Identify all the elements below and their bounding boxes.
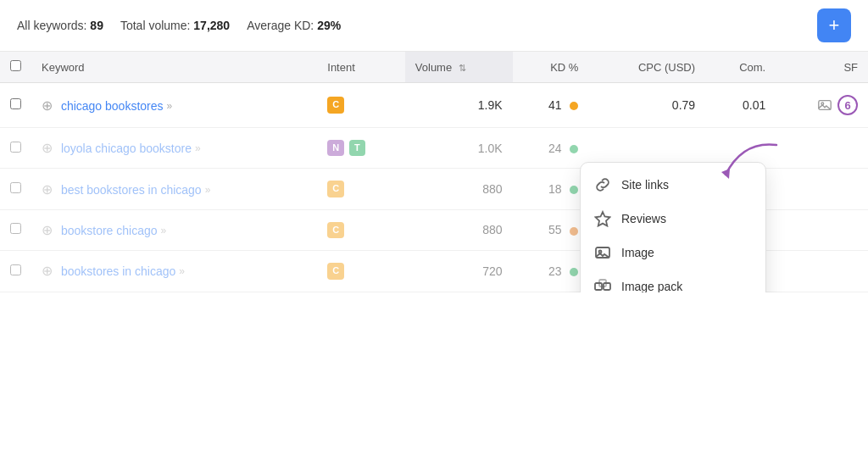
col-volume[interactable]: Volume ⇅	[405, 52, 513, 83]
col-check	[0, 52, 31, 83]
sf-cell: 6	[776, 83, 868, 128]
keyword-cell: ⊕ bookstore chicago »	[31, 209, 317, 250]
kd-cell: 18	[513, 169, 589, 209]
keyword-table-wrap: Keyword Intent Volume ⇅ KD % CPC (USD) C…	[0, 52, 868, 292]
cpc-cell: 0.79	[588, 83, 705, 128]
intent-badge-t: T	[349, 140, 365, 156]
intent-cell: C	[317, 251, 405, 292]
intent-cell: C	[317, 209, 405, 250]
intent-cell: N T	[317, 128, 405, 169]
row-checkbox[interactable]	[10, 142, 21, 153]
kd-dot	[570, 145, 578, 153]
keyword-link[interactable]: loyola chicago bookstore »	[61, 142, 201, 155]
col-cpc: CPC (USD)	[588, 52, 705, 83]
total-volume-stat: Total volume: 17,280	[120, 19, 230, 32]
sf-dropdown: Site links Reviews Image Image pack	[580, 162, 766, 292]
header-bar: All keywords: 89 Total volume: 17,280 Av…	[0, 0, 868, 52]
intent-badge-c: C	[327, 181, 344, 197]
row-checkbox[interactable]	[10, 98, 21, 109]
intent-badge-c: C	[327, 97, 344, 113]
expand-icon: »	[167, 100, 173, 112]
volume-cell: 880	[405, 169, 513, 209]
sf-cell	[776, 251, 868, 292]
keyword-cell: ⊕ best bookstores in chicago »	[31, 169, 317, 209]
intent-badge-c: C	[327, 222, 344, 238]
image-pack-icon	[594, 278, 611, 292]
dropdown-item-sitelinks[interactable]: Site links	[581, 168, 765, 202]
all-keywords-value: 89	[90, 19, 103, 32]
kd-dot	[570, 186, 578, 194]
keyword-link[interactable]: bookstores in chicago »	[61, 264, 185, 278]
avg-kd-stat: Average KD: 29%	[247, 19, 341, 32]
star-icon	[594, 210, 611, 227]
dropdown-item-image[interactable]: Image	[581, 236, 765, 270]
dropdown-item-label: Reviews	[621, 212, 666, 225]
keyword-cell: ⊕ loyola chicago bookstore »	[31, 128, 317, 169]
row-checkbox[interactable]	[10, 264, 21, 275]
add-circle-icon[interactable]: ⊕	[42, 264, 53, 278]
expand-icon: »	[179, 265, 185, 277]
table-row: ⊕ chicago bookstores » C 1.9K 41 0.79 0.…	[0, 83, 868, 128]
col-keyword: Keyword	[31, 52, 317, 83]
keyword-cell: ⊕ chicago bookstores »	[31, 83, 317, 128]
dropdown-item-label: Image	[621, 246, 654, 259]
volume-cell: 1.9K	[405, 83, 513, 128]
keyword-link[interactable]: bookstore chicago »	[61, 224, 166, 237]
volume-sort-icon: ⇅	[459, 63, 466, 73]
expand-icon: »	[161, 225, 167, 236]
sf-cell	[776, 209, 868, 250]
com-cell: 0.01	[705, 83, 776, 128]
add-circle-icon[interactable]: ⊕	[42, 98, 53, 113]
dropdown-item-reviews[interactable]: Reviews	[581, 202, 765, 236]
sf-number: 6	[837, 95, 858, 115]
link-icon	[594, 176, 611, 193]
expand-icon: »	[195, 142, 201, 154]
kd-cell: 23	[513, 251, 589, 292]
intent-cell: C	[317, 169, 405, 209]
all-keywords-stat: All keywords: 89	[17, 19, 103, 32]
sf-image-icon	[817, 97, 832, 113]
expand-icon: »	[205, 184, 211, 196]
col-kd: KD %	[513, 52, 589, 83]
dropdown-item-label: Site links	[621, 178, 669, 192]
col-intent: Intent	[317, 52, 405, 83]
intent-badge-c: C	[327, 263, 344, 279]
dropdown-item-label: Image pack	[621, 280, 682, 292]
svg-marker-3	[596, 212, 610, 226]
add-circle-icon[interactable]: ⊕	[42, 223, 53, 237]
volume-cell: 1.0K	[405, 128, 513, 169]
volume-cell: 720	[405, 251, 513, 292]
kd-cell: 41	[513, 83, 589, 128]
col-sf: SF	[776, 52, 868, 83]
kd-cell: 24	[513, 128, 589, 169]
avg-kd-value: 29%	[317, 19, 341, 32]
keyword-cell: ⊕ bookstores in chicago »	[31, 251, 317, 292]
image-icon	[594, 244, 611, 261]
kd-dot	[570, 102, 578, 110]
add-circle-icon[interactable]: ⊕	[42, 141, 53, 155]
add-circle-icon[interactable]: ⊕	[42, 182, 53, 197]
row-checkbox[interactable]	[10, 223, 21, 234]
volume-cell: 880	[405, 209, 513, 250]
keyword-link[interactable]: best bookstores in chicago »	[61, 183, 210, 197]
keyword-link[interactable]: chicago bookstores »	[61, 99, 172, 113]
select-all-checkbox[interactable]	[10, 60, 21, 71]
add-button[interactable]: +	[817, 8, 851, 42]
row-checkbox[interactable]	[10, 182, 21, 193]
total-volume-value: 17,280	[193, 19, 230, 32]
kd-cell: 55	[513, 209, 589, 250]
col-com: Com.	[705, 52, 776, 83]
sf-cell	[776, 128, 868, 169]
intent-cell: C	[317, 83, 405, 128]
kd-dot	[570, 268, 578, 276]
dropdown-item-image-pack[interactable]: Image pack	[581, 270, 765, 292]
sf-cell	[776, 169, 868, 209]
kd-dot	[570, 227, 578, 236]
intent-badge-n: N	[327, 140, 344, 156]
